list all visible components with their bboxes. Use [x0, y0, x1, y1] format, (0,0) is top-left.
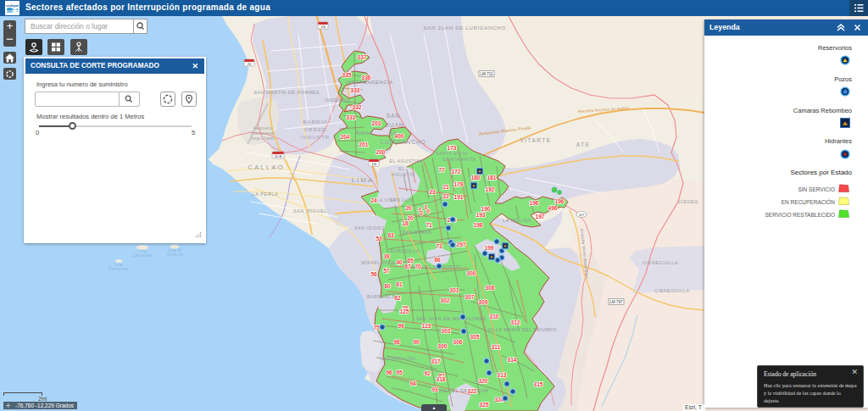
svg-text:40: 40: [396, 259, 403, 265]
svg-text:496: 496: [548, 205, 558, 211]
svg-text:57: 57: [383, 268, 390, 274]
svg-text:98: 98: [393, 339, 400, 345]
svg-text:181: 181: [487, 175, 497, 181]
svg-text:301: 301: [450, 287, 459, 293]
svg-text:SURQUILLO: SURQUILLO: [390, 248, 420, 253]
svg-text:310: 310: [490, 314, 499, 319]
svg-text:66: 66: [434, 257, 441, 263]
svg-text:73: 73: [436, 243, 442, 249]
svg-text:322: 322: [468, 388, 477, 394]
svg-text:CIENEG: CIENEG: [678, 199, 698, 204]
svg-text:LIMA: LIMA: [352, 176, 375, 184]
svg-text:SAN: SAN: [387, 113, 400, 119]
svg-text:18: 18: [402, 220, 409, 226]
svg-text:Aeropuerto: Aeropuerto: [253, 126, 273, 131]
svg-text:BARRANCO: BARRANCO: [367, 294, 396, 299]
svg-text:MIRAFLORES: MIRAFLORES: [361, 260, 395, 265]
svg-text:297: 297: [457, 242, 466, 247]
svg-text:204: 204: [341, 134, 350, 140]
svg-text:21: 21: [442, 184, 449, 190]
svg-text:199: 199: [485, 245, 494, 251]
svg-text:BARRIO: BARRIO: [303, 119, 328, 125]
svg-text:EL AGUSTINO: EL AGUSTINO: [390, 158, 425, 164]
svg-text:193: 193: [476, 212, 486, 218]
svg-text:Palomino: Palomino: [108, 267, 129, 271]
svg-text:300: 300: [467, 270, 476, 276]
svg-text:96: 96: [386, 369, 392, 375]
svg-text:337: 337: [358, 54, 367, 60]
svg-text:197: 197: [536, 214, 545, 219]
svg-text:1N: 1N: [371, 162, 376, 166]
svg-text:VILLA MARIA DEL TRIUNFO: VILLA MARIA DEL TRIUNFO: [488, 327, 557, 332]
svg-text:123: 123: [422, 323, 431, 329]
svg-text:70: 70: [415, 264, 421, 269]
svg-text:93: 93: [431, 386, 438, 392]
svg-text:92: 92: [424, 370, 431, 376]
svg-text:180: 180: [471, 175, 481, 181]
svg-text:sedapal: sedapal: [6, 3, 19, 8]
svg-text:SAN JUAN DE MIRAFLORES: SAN JUAN DE MIRAFLORES: [416, 316, 487, 321]
svg-text:315: 315: [534, 381, 543, 387]
svg-text:192: 192: [486, 186, 495, 192]
svg-text:VILLA EL SALVADOR: VILLA EL SALVADOR: [436, 388, 489, 393]
svg-text:LURIGANCHO: LURIGANCHO: [381, 139, 426, 145]
svg-text:20 B: 20 B: [275, 154, 282, 158]
svg-text:191: 191: [454, 194, 464, 200]
svg-text:65: 65: [407, 258, 414, 264]
svg-text:331: 331: [347, 114, 356, 120]
svg-text:SANTIAGO DE SURCO: SANTIAGO DE SURCO: [404, 264, 460, 269]
svg-text:179: 179: [454, 181, 464, 187]
svg-text:313: 313: [498, 372, 507, 378]
svg-text:LA PERLA: LA PERLA: [253, 192, 279, 197]
svg-text:312: 312: [511, 319, 520, 325]
svg-text:200: 200: [376, 149, 386, 155]
svg-text:306: 306: [453, 339, 463, 345]
svg-text:1N: 1N: [320, 25, 325, 29]
svg-text:LA MOLINA: LA MOLINA: [503, 218, 531, 223]
svg-text:196: 196: [530, 200, 539, 206]
svg-text:Jorge Chávez: Jorge Chávez: [251, 136, 275, 141]
svg-text:75: 75: [373, 325, 380, 330]
svg-text:300: 300: [438, 343, 448, 349]
svg-text:61: 61: [396, 281, 403, 287]
svg-text:VITARTE: VITARTE: [520, 137, 552, 143]
svg-text:JUAN: JUAN: [387, 122, 404, 128]
svg-text:203: 203: [372, 120, 381, 126]
svg-text:ATE: ATE: [576, 142, 590, 147]
svg-text:SANTA ANITA: SANTA ANITA: [442, 157, 476, 162]
svg-text:196: 196: [555, 198, 565, 204]
svg-text:336: 336: [362, 75, 371, 81]
svg-text:39: 39: [383, 253, 390, 259]
svg-text:22: 22: [442, 193, 449, 199]
svg-text:308: 308: [486, 285, 495, 291]
svg-text:190: 190: [481, 206, 491, 212]
svg-text:95: 95: [396, 369, 403, 375]
svg-text:317: 317: [431, 358, 441, 364]
svg-text:LM-797: LM-797: [609, 300, 623, 304]
svg-text:305: 305: [470, 334, 480, 340]
svg-text:20: 20: [405, 205, 412, 211]
svg-text:318: 318: [437, 376, 446, 382]
svg-text:53: 53: [376, 236, 382, 242]
svg-text:309: 309: [479, 299, 488, 305]
svg-text:3: 3: [424, 204, 427, 210]
svg-text:198: 198: [474, 222, 483, 228]
svg-text:SAN JUAN DE LURIGANCHO: SAN JUAN DE LURIGANCHO: [423, 25, 505, 31]
svg-text:314: 314: [508, 357, 517, 363]
svg-text:67: 67: [404, 264, 411, 269]
svg-text:Frontón: Frontón: [167, 253, 184, 257]
svg-text:Internacional: Internacional: [252, 131, 274, 136]
svg-text:SAN ISIDRO: SAN ISIDRO: [354, 225, 385, 230]
svg-text:99: 99: [398, 323, 404, 329]
svg-text:56: 56: [370, 271, 377, 277]
svg-text:77: 77: [438, 167, 445, 173]
svg-text:SAN MIGUEL: SAN MIGUEL: [293, 208, 327, 214]
svg-text:INDUSTR: INDUSTR: [301, 134, 331, 140]
svg-text:63: 63: [387, 232, 394, 238]
svg-text:90: 90: [413, 339, 420, 345]
svg-text:201: 201: [359, 142, 369, 147]
svg-text:62: 62: [394, 295, 401, 301]
svg-text:SAN MARTIN DE PORRES: SAN MARTIN DE PORRES: [253, 90, 319, 95]
svg-text:332: 332: [353, 104, 362, 110]
svg-text:CIENEGUILLA: CIENEGUILLA: [655, 288, 690, 293]
